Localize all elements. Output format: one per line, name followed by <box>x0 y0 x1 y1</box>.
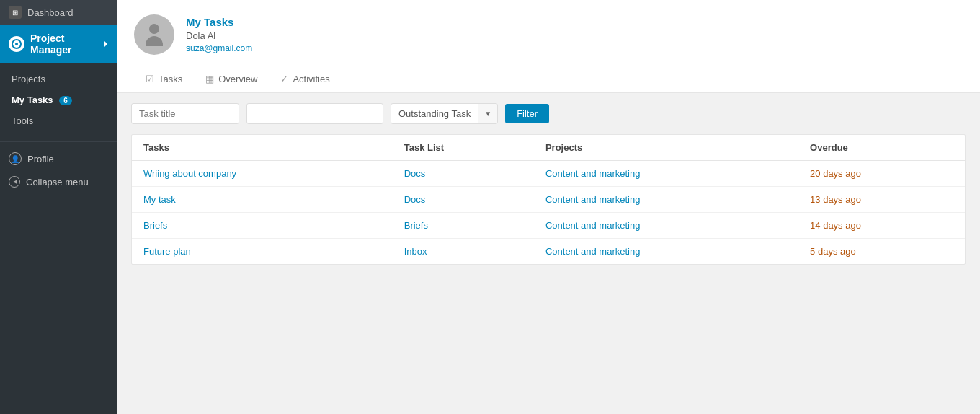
profile-info: My Tasks Dola Al suza@gmail.com <box>186 16 252 53</box>
project-cell[interactable]: Content and marketing <box>534 239 798 265</box>
avatar-head <box>149 24 159 34</box>
task-name-cell[interactable]: My task <box>132 187 393 213</box>
col-header-overdue: Overdue <box>798 135 965 161</box>
outstanding-task-dropdown[interactable]: Outstanding Task ▼ <box>391 103 498 124</box>
profile-top: My Tasks Dola Al suza@gmail.com <box>134 14 963 66</box>
tasks-table-container: Tasks Task List Projects Overdue Wriing … <box>131 134 966 265</box>
avatar <box>134 14 174 55</box>
sidebar-item-my-tasks[interactable]: My Tasks 6 <box>0 89 117 110</box>
dashboard-icon: ⊞ <box>9 6 22 19</box>
profile-user-email: suza@gmail.com <box>186 43 252 53</box>
task-list-cell[interactable]: Briefs <box>393 213 534 239</box>
filter-button[interactable]: Filter <box>505 104 549 123</box>
sidebar-divider <box>0 141 117 142</box>
sidebar-item-collapse[interactable]: Collapse menu <box>0 171 117 193</box>
table-header: Tasks Task List Projects Overdue <box>132 135 965 161</box>
all-projects-select[interactable]: All Projects <box>246 103 383 124</box>
avatar-body <box>146 36 163 46</box>
outstanding-task-value: Outstanding Task <box>391 104 478 123</box>
col-header-task-list: Task List <box>393 135 534 161</box>
col-header-projects: Projects <box>534 135 798 161</box>
tab-activities[interactable]: ✓ Activities <box>269 66 341 93</box>
task-name-cell[interactable]: Briefs <box>132 213 393 239</box>
dropdown-arrow-icon[interactable]: ▼ <box>478 104 497 123</box>
table-row: Wriing about company Docs Content and ma… <box>132 161 965 187</box>
overdue-cell: 20 days ago <box>798 161 965 187</box>
sidebar-item-tools[interactable]: Tools <box>0 110 117 131</box>
main-content: My Tasks Dola Al suza@gmail.com ☑ Tasks … <box>117 0 980 414</box>
tasks-tab-icon: ☑ <box>146 74 154 84</box>
collapse-label: Collapse menu <box>26 177 89 188</box>
tabs: ☑ Tasks ▦ Overview ✓ Activities <box>134 66 963 92</box>
pm-label: Project Manager <box>30 32 98 56</box>
profile-user-name: Dola Al <box>186 30 252 41</box>
sidebar-item-projects[interactable]: Projects <box>0 69 117 89</box>
profile-icon: 👤 <box>9 152 22 165</box>
pm-logo-icon <box>9 36 24 52</box>
collapse-icon <box>9 176 20 188</box>
avatar-silhouette <box>143 24 165 45</box>
my-tasks-badge: 6 <box>59 96 72 105</box>
project-cell[interactable]: Content and marketing <box>534 187 798 213</box>
task-list-cell[interactable]: Docs <box>393 187 534 213</box>
sidebar-nav: Projects My Tasks 6 Tools <box>0 63 117 137</box>
col-header-tasks: Tasks <box>132 135 393 161</box>
pm-arrow-icon <box>104 40 111 48</box>
overdue-cell: 13 days ago <box>798 187 965 213</box>
task-name-cell[interactable]: Future plan <box>132 239 393 265</box>
table-body: Wriing about company Docs Content and ma… <box>132 161 965 265</box>
activities-tab-icon: ✓ <box>280 74 288 84</box>
overdue-cell: 14 days ago <box>798 213 965 239</box>
table-row: Briefs Briefs Content and marketing 14 d… <box>132 213 965 239</box>
dashboard-label: Dashboard <box>27 7 74 18</box>
sidebar-item-profile[interactable]: 👤 Profile <box>0 146 117 171</box>
table-row: My task Docs Content and marketing 13 da… <box>132 187 965 213</box>
task-list-cell[interactable]: Inbox <box>393 239 534 265</box>
tab-overview-label: Overview <box>218 74 257 84</box>
filters-bar: All Projects Outstanding Task ▼ Filter <box>117 93 980 134</box>
tab-tasks-label: Tasks <box>159 74 182 84</box>
table-row: Future plan Inbox Content and marketing … <box>132 239 965 265</box>
sidebar-item-dashboard[interactable]: ⊞ Dashboard <box>0 0 117 25</box>
project-cell[interactable]: Content and marketing <box>534 213 798 239</box>
profile-label: Profile <box>27 154 54 164</box>
my-tasks-label: My Tasks <box>12 94 53 105</box>
overview-tab-icon: ▦ <box>205 74 214 84</box>
task-title-input[interactable] <box>131 103 239 124</box>
task-list-cell[interactable]: Docs <box>393 161 534 187</box>
project-cell[interactable]: Content and marketing <box>534 161 798 187</box>
profile-my-tasks-title: My Tasks <box>186 16 252 28</box>
overdue-cell: 5 days ago <box>798 239 965 265</box>
task-name-cell[interactable]: Wriing about company <box>132 161 393 187</box>
tab-activities-label: Activities <box>293 74 329 84</box>
tasks-table: Tasks Task List Projects Overdue Wriing … <box>132 135 965 264</box>
sidebar: ⊞ Dashboard Project Manager Projects My … <box>0 0 117 414</box>
profile-card: My Tasks Dola Al suza@gmail.com ☑ Tasks … <box>117 0 980 93</box>
tab-overview[interactable]: ▦ Overview <box>194 66 269 93</box>
tools-label: Tools <box>12 115 33 126</box>
projects-label: Projects <box>12 74 45 84</box>
sidebar-item-project-manager[interactable]: Project Manager <box>0 25 117 63</box>
tab-tasks[interactable]: ☑ Tasks <box>134 66 194 93</box>
